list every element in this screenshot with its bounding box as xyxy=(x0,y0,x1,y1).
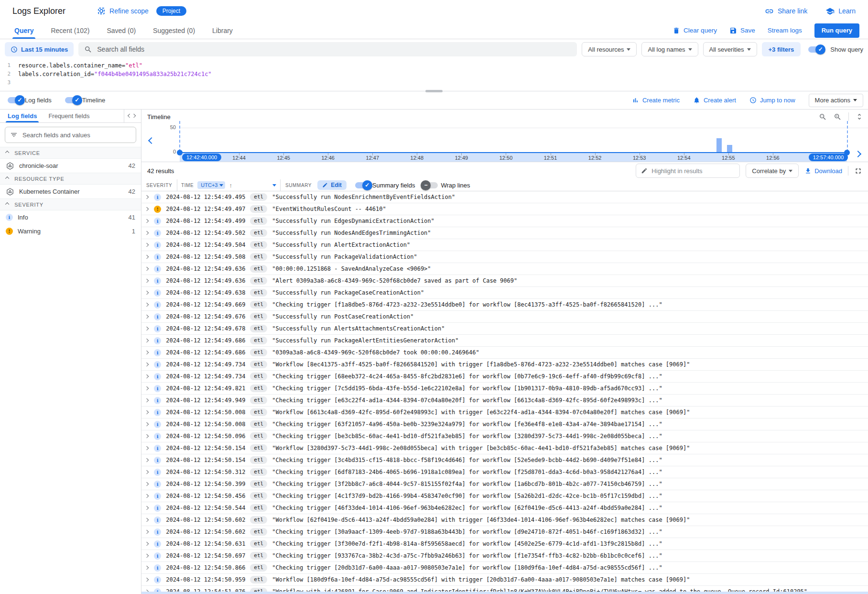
sidebar-item-kubernetes-container[interactable]: Kubernetes Container42 xyxy=(0,185,141,198)
wrap-lines-toggle[interactable] xyxy=(423,182,438,188)
learn-button[interactable]: Learn xyxy=(825,7,856,16)
log-row[interactable]: i2024-08-12 12:54:50.456etl"Checking tri… xyxy=(141,490,868,502)
expand-row-icon[interactable] xyxy=(145,458,149,462)
query-editor[interactable]: 1resource.labels.container_name="etl"2la… xyxy=(0,59,868,91)
log-row[interactable]: i2024-08-12 12:54:49.638etl"Successfully… xyxy=(141,287,868,299)
log-row[interactable]: i2024-08-12 12:54:49.821etl"Checking tri… xyxy=(141,383,868,395)
stream-logs-button[interactable]: Stream logs xyxy=(768,27,802,34)
resize-handle[interactable] xyxy=(425,90,443,92)
expand-row-icon[interactable] xyxy=(145,315,149,319)
query-line[interactable]: 1resource.labels.container_name="etl" xyxy=(0,61,868,70)
jump-to-now-button[interactable]: Jump to now xyxy=(749,97,795,104)
log-row[interactable]: i2024-08-12 12:54:50.959etl"Workflow [18… xyxy=(141,574,868,586)
log-row[interactable]: i2024-08-12 12:54:50.154etl"Workflow [32… xyxy=(141,442,868,454)
log-row[interactable]: i2024-08-12 12:54:49.495etl"Successfully… xyxy=(141,191,868,203)
log-row[interactable]: i2024-08-12 12:54:49.636etl"00:00:00.125… xyxy=(141,263,868,275)
sidebar-section-header[interactable]: SERVICE xyxy=(0,147,141,159)
expand-row-icon[interactable] xyxy=(145,494,149,498)
expand-row-icon[interactable] xyxy=(145,482,149,486)
run-query-button[interactable]: Run query xyxy=(814,23,859,38)
create-alert-button[interactable]: Create alert xyxy=(693,97,736,104)
search-all-fields-input[interactable]: Search all fields xyxy=(78,42,577,56)
timezone-chip[interactable]: UTC+3 xyxy=(197,181,225,189)
expand-row-icon[interactable] xyxy=(145,578,149,582)
histogram-bar[interactable] xyxy=(716,138,722,152)
save-button[interactable]: Save xyxy=(729,27,755,34)
log-row[interactable]: i2024-08-12 12:54:49.686etl"0309a3a8-a6c… xyxy=(141,347,868,359)
log-row[interactable]: i2024-08-12 12:54:50.008etl"Checking tri… xyxy=(141,418,868,430)
expand-row-icon[interactable] xyxy=(145,506,149,510)
log-row[interactable]: i2024-08-12 12:54:49.636etl"Alert 0309a3… xyxy=(141,275,868,287)
log-row[interactable]: i2024-08-12 12:54:49.508etl"Successfully… xyxy=(141,251,868,263)
expand-row-icon[interactable] xyxy=(145,374,149,379)
expand-row-icon[interactable] xyxy=(145,422,149,427)
time-range-chip[interactable]: Last 15 minutes xyxy=(5,42,74,56)
expand-row-icon[interactable] xyxy=(145,566,149,570)
log-row[interactable]: i2024-08-12 12:54:49.676etl"Successfully… xyxy=(141,311,868,323)
sidebar-item-info[interactable]: iInfo41 xyxy=(0,210,141,224)
highlight-in-results-input[interactable]: Highlight in results xyxy=(636,164,740,178)
timeline-prev-button[interactable] xyxy=(149,136,154,145)
fullscreen-icon[interactable] xyxy=(854,167,862,175)
expand-row-icon[interactable] xyxy=(145,339,149,343)
expand-row-icon[interactable] xyxy=(145,410,149,415)
expand-row-icon[interactable] xyxy=(145,398,149,403)
log-row[interactable]: i2024-08-12 12:54:49.949etl"Checking tri… xyxy=(141,395,868,407)
log-row[interactable]: i2024-08-12 12:54:49.502etl"Successfully… xyxy=(141,227,868,239)
expand-row-icon[interactable] xyxy=(145,219,149,223)
expand-row-icon[interactable] xyxy=(145,542,149,546)
log-row[interactable]: i2024-08-12 12:54:49.734etl"Workflow [8e… xyxy=(141,359,868,371)
download-button[interactable]: Download xyxy=(804,167,842,175)
expand-row-icon[interactable] xyxy=(145,434,149,439)
time-axis-band[interactable]: 12:4412:4512:4612:4712:4812:4912:5012:51… xyxy=(180,152,847,162)
more-actions-button[interactable]: More actions xyxy=(809,94,863,107)
log-row[interactable]: i2024-08-12 12:54:50.631etl"Checking tri… xyxy=(141,538,868,550)
expand-row-icon[interactable] xyxy=(145,231,149,235)
tab-saved[interactable]: Saved (0) xyxy=(98,22,144,39)
share-link-button[interactable]: Share link xyxy=(765,7,807,16)
show-query-toggle[interactable] xyxy=(808,46,823,53)
search-fields-input[interactable]: Search fields and values xyxy=(5,127,136,143)
sidebar-item-chronicle-soar[interactable]: chronicle-soar42 xyxy=(0,159,141,173)
expand-row-icon[interactable] xyxy=(145,518,149,522)
expand-row-icon[interactable] xyxy=(145,267,149,271)
log-row[interactable]: i2024-08-12 12:54:50.399etl"Checking tri… xyxy=(141,478,868,490)
log-row[interactable]: i2024-08-12 12:54:49.669etl"Checking tri… xyxy=(141,299,868,311)
log-row[interactable]: i2024-08-12 12:54:50.096etl"Checking tri… xyxy=(141,430,868,442)
log-row[interactable]: i2024-08-12 12:54:49.734etl"Checking tri… xyxy=(141,371,868,383)
project-scope-badge[interactable]: Project xyxy=(156,6,186,16)
log-row[interactable]: i2024-08-12 12:54:49.504etl"Successfully… xyxy=(141,239,868,251)
all-severities-dropdown[interactable]: All severities xyxy=(703,42,757,56)
expand-row-icon[interactable] xyxy=(145,554,149,558)
query-line[interactable]: 3 xyxy=(0,78,868,87)
tab-query[interactable]: Query xyxy=(6,22,42,39)
log-row[interactable]: i2024-08-12 12:54:49.686etl"Successfully… xyxy=(141,335,868,347)
expand-row-icon[interactable] xyxy=(145,243,149,247)
create-metric-button[interactable]: Create metric xyxy=(632,97,680,104)
expand-row-icon[interactable] xyxy=(145,386,149,391)
expand-row-icon[interactable] xyxy=(145,303,149,307)
time-options-icon[interactable] xyxy=(272,184,276,187)
expand-row-icon[interactable] xyxy=(145,291,149,295)
expand-row-icon[interactable] xyxy=(145,351,149,355)
tab-suggested[interactable]: Suggested (0) xyxy=(144,22,204,39)
log-row[interactable]: i2024-08-12 12:54:50.697etl"Checking tri… xyxy=(141,550,868,562)
log-row[interactable]: i2024-08-12 12:54:50.154etl"Checking tri… xyxy=(141,454,868,466)
edit-summary-button[interactable]: Edit xyxy=(317,180,347,190)
expand-timeline-icon[interactable] xyxy=(856,113,863,121)
clear-query-button[interactable]: Clear query xyxy=(673,27,717,34)
timeline-toggle[interactable] xyxy=(65,97,79,103)
log-row[interactable]: !2024-08-12 12:54:49.497etl"EventWithout… xyxy=(141,203,868,215)
expand-row-icon[interactable] xyxy=(145,446,149,451)
timeline-next-button[interactable] xyxy=(856,150,860,158)
log-row[interactable]: i2024-08-12 12:54:50.544etl"Checking tri… xyxy=(141,502,868,514)
expand-row-icon[interactable] xyxy=(145,470,149,474)
expand-row-icon[interactable] xyxy=(145,207,149,211)
sort-ascending-icon[interactable]: ↑ xyxy=(229,182,232,189)
expand-row-icon[interactable] xyxy=(145,255,149,259)
correlate-by-button[interactable]: Correlate by xyxy=(746,164,799,178)
expand-row-icon[interactable] xyxy=(145,363,149,367)
tab-recent[interactable]: Recent (102) xyxy=(42,22,98,39)
collapse-panel-icon[interactable] xyxy=(124,110,139,122)
sidebar-item-warning[interactable]: !Warning1 xyxy=(0,224,141,238)
